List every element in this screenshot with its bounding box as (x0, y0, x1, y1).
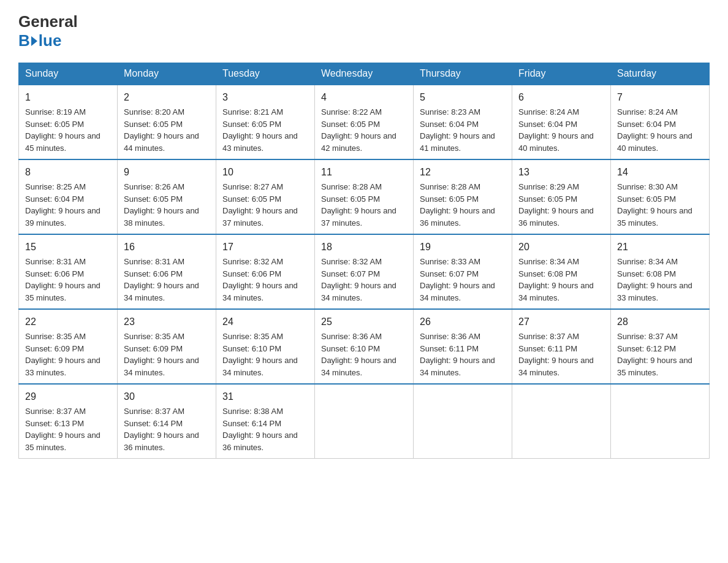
logo-arrow-icon (31, 36, 37, 46)
day-number: 1 (25, 90, 111, 105)
calendar-cell: 8 Sunrise: 8:25 AMSunset: 6:04 PMDayligh… (19, 159, 118, 234)
day-number: 9 (124, 165, 210, 180)
header-tuesday: Tuesday (216, 63, 315, 85)
day-info: Sunrise: 8:37 AMSunset: 6:12 PMDaylight:… (617, 332, 692, 377)
day-info: Sunrise: 8:21 AMSunset: 6:05 PMDaylight:… (222, 107, 298, 153)
day-info: Sunrise: 8:24 AMSunset: 6:04 PMDaylight:… (518, 107, 594, 153)
day-info: Sunrise: 8:30 AMSunset: 6:05 PMDaylight:… (617, 182, 692, 228)
day-info: Sunrise: 8:31 AMSunset: 6:06 PMDaylight:… (124, 257, 199, 302)
day-number: 22 (25, 315, 111, 329)
calendar-week-1: 1 Sunrise: 8:19 AMSunset: 6:05 PMDayligh… (19, 85, 710, 159)
calendar-cell (611, 384, 710, 459)
calendar-cell: 4 Sunrise: 8:22 AMSunset: 6:05 PMDayligh… (315, 85, 414, 159)
day-info: Sunrise: 8:36 AMSunset: 6:11 PMDaylight:… (420, 332, 495, 377)
day-number: 14 (617, 165, 703, 180)
calendar-cell: 13 Sunrise: 8:29 AMSunset: 6:05 PMDaylig… (512, 159, 611, 234)
day-number: 29 (25, 389, 111, 404)
day-info: Sunrise: 8:32 AMSunset: 6:07 PMDaylight:… (321, 257, 396, 302)
day-number: 19 (420, 240, 506, 255)
calendar-cell: 19 Sunrise: 8:33 AMSunset: 6:07 PMDaylig… (414, 234, 512, 309)
day-info: Sunrise: 8:29 AMSunset: 6:05 PMDaylight:… (518, 182, 594, 228)
day-info: Sunrise: 8:36 AMSunset: 6:10 PMDaylight:… (321, 332, 396, 377)
day-info: Sunrise: 8:34 AMSunset: 6:08 PMDaylight:… (518, 257, 594, 302)
calendar-cell (414, 384, 512, 459)
day-info: Sunrise: 8:32 AMSunset: 6:06 PMDaylight:… (222, 257, 298, 302)
calendar-cell: 25 Sunrise: 8:36 AMSunset: 6:10 PMDaylig… (315, 309, 414, 384)
day-number: 28 (617, 315, 703, 329)
calendar-cell: 20 Sunrise: 8:34 AMSunset: 6:08 PMDaylig… (512, 234, 611, 309)
day-info: Sunrise: 8:26 AMSunset: 6:05 PMDaylight:… (124, 182, 199, 228)
calendar-cell: 5 Sunrise: 8:23 AMSunset: 6:04 PMDayligh… (414, 85, 512, 159)
header-friday: Friday (512, 63, 611, 85)
day-number: 17 (222, 240, 308, 255)
day-number: 25 (321, 315, 407, 329)
calendar-cell: 14 Sunrise: 8:30 AMSunset: 6:05 PMDaylig… (611, 159, 710, 234)
day-info: Sunrise: 8:22 AMSunset: 6:05 PMDaylight:… (321, 107, 396, 153)
calendar-cell: 15 Sunrise: 8:31 AMSunset: 6:06 PMDaylig… (19, 234, 118, 309)
day-info: Sunrise: 8:35 AMSunset: 6:09 PMDaylight:… (124, 332, 199, 377)
header-wednesday: Wednesday (315, 63, 414, 85)
day-number: 16 (124, 240, 210, 255)
day-info: Sunrise: 8:37 AMSunset: 6:11 PMDaylight:… (518, 332, 594, 377)
header-thursday: Thursday (414, 63, 512, 85)
day-number: 7 (617, 90, 703, 105)
header-sunday: Sunday (19, 63, 118, 85)
day-number: 26 (420, 315, 506, 329)
logo-general-text: General (18, 12, 78, 31)
calendar-cell: 21 Sunrise: 8:34 AMSunset: 6:08 PMDaylig… (611, 234, 710, 309)
day-number: 27 (518, 315, 604, 329)
calendar-cell: 28 Sunrise: 8:37 AMSunset: 6:12 PMDaylig… (611, 309, 710, 384)
calendar-cell: 24 Sunrise: 8:35 AMSunset: 6:10 PMDaylig… (216, 309, 315, 384)
day-number: 13 (518, 165, 604, 180)
calendar-cell (512, 384, 611, 459)
day-info: Sunrise: 8:37 AMSunset: 6:13 PMDaylight:… (25, 407, 100, 452)
header-monday: Monday (118, 63, 216, 85)
calendar-cell: 22 Sunrise: 8:35 AMSunset: 6:09 PMDaylig… (19, 309, 118, 384)
calendar-cell: 10 Sunrise: 8:27 AMSunset: 6:05 PMDaylig… (216, 159, 315, 234)
day-number: 23 (124, 315, 210, 329)
calendar-cell: 17 Sunrise: 8:32 AMSunset: 6:06 PMDaylig… (216, 234, 315, 309)
calendar-cell: 11 Sunrise: 8:28 AMSunset: 6:05 PMDaylig… (315, 159, 414, 234)
calendar-cell: 30 Sunrise: 8:37 AMSunset: 6:14 PMDaylig… (118, 384, 216, 459)
day-number: 5 (420, 90, 506, 105)
calendar-header-row: SundayMondayTuesdayWednesdayThursdayFrid… (19, 63, 710, 85)
calendar-week-5: 29 Sunrise: 8:37 AMSunset: 6:13 PMDaylig… (19, 384, 710, 459)
day-info: Sunrise: 8:28 AMSunset: 6:05 PMDaylight:… (420, 182, 495, 228)
calendar-cell: 18 Sunrise: 8:32 AMSunset: 6:07 PMDaylig… (315, 234, 414, 309)
calendar-cell: 7 Sunrise: 8:24 AMSunset: 6:04 PMDayligh… (611, 85, 710, 159)
day-number: 30 (124, 389, 210, 404)
day-info: Sunrise: 8:25 AMSunset: 6:04 PMDaylight:… (25, 182, 100, 228)
day-info: Sunrise: 8:34 AMSunset: 6:08 PMDaylight:… (617, 257, 692, 302)
calendar-cell: 3 Sunrise: 8:21 AMSunset: 6:05 PMDayligh… (216, 85, 315, 159)
logo-b-letter: B (18, 31, 30, 50)
calendar-cell: 1 Sunrise: 8:19 AMSunset: 6:05 PMDayligh… (19, 85, 118, 159)
logo-lue-text: lue (39, 31, 62, 50)
calendar-cell: 9 Sunrise: 8:26 AMSunset: 6:05 PMDayligh… (118, 159, 216, 234)
day-number: 3 (222, 90, 308, 105)
calendar-week-2: 8 Sunrise: 8:25 AMSunset: 6:04 PMDayligh… (19, 159, 710, 234)
day-number: 10 (222, 165, 308, 180)
calendar-cell: 6 Sunrise: 8:24 AMSunset: 6:04 PMDayligh… (512, 85, 611, 159)
logo: General B lue (18, 12, 78, 50)
day-info: Sunrise: 8:19 AMSunset: 6:05 PMDaylight:… (25, 107, 100, 153)
calendar-cell: 2 Sunrise: 8:20 AMSunset: 6:05 PMDayligh… (118, 85, 216, 159)
day-info: Sunrise: 8:35 AMSunset: 6:10 PMDaylight:… (222, 332, 298, 377)
day-number: 31 (222, 389, 308, 404)
day-info: Sunrise: 8:24 AMSunset: 6:04 PMDaylight:… (617, 107, 692, 153)
calendar-cell: 27 Sunrise: 8:37 AMSunset: 6:11 PMDaylig… (512, 309, 611, 384)
day-number: 12 (420, 165, 506, 180)
calendar-cell: 29 Sunrise: 8:37 AMSunset: 6:13 PMDaylig… (19, 384, 118, 459)
day-info: Sunrise: 8:38 AMSunset: 6:14 PMDaylight:… (222, 407, 298, 452)
calendar-cell: 31 Sunrise: 8:38 AMSunset: 6:14 PMDaylig… (216, 384, 315, 459)
day-number: 21 (617, 240, 703, 255)
calendar-cell: 26 Sunrise: 8:36 AMSunset: 6:11 PMDaylig… (414, 309, 512, 384)
day-info: Sunrise: 8:35 AMSunset: 6:09 PMDaylight:… (25, 332, 100, 377)
calendar-table: SundayMondayTuesdayWednesdayThursdayFrid… (18, 63, 710, 459)
day-number: 11 (321, 165, 407, 180)
calendar-cell: 12 Sunrise: 8:28 AMSunset: 6:05 PMDaylig… (414, 159, 512, 234)
calendar-cell (315, 384, 414, 459)
header-saturday: Saturday (611, 63, 710, 85)
day-number: 4 (321, 90, 407, 105)
day-number: 20 (518, 240, 604, 255)
day-info: Sunrise: 8:37 AMSunset: 6:14 PMDaylight:… (124, 407, 199, 452)
